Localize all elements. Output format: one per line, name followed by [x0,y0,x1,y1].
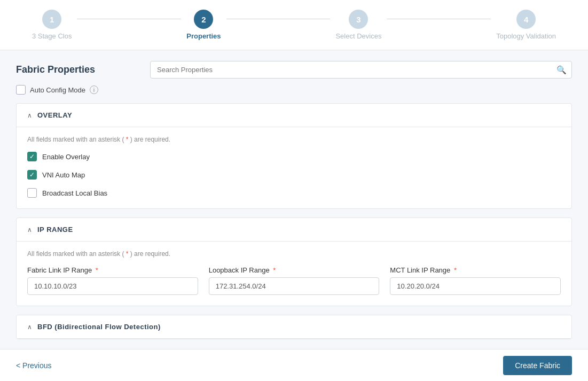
main-content: Fabric Properties 🔍 Auto Config Mode i ∧… [0,50,588,359]
fabric-link-req-star: * [93,266,98,274]
ip-range-asterisk: * [126,250,129,258]
search-icon: 🔍 [556,65,567,75]
ip-range-required-note: All fields marked with an asterisk ( * )… [27,250,561,258]
overlay-chevron-icon: ∧ [27,112,32,119]
search-wrapper: 🔍 [150,61,572,79]
broadcast-local-bias-row: Broadcast Local Bias [27,188,561,198]
bfd-section: ∧ BFD (Bidirectional Flow Detection) [16,315,572,339]
bfd-section-title: BFD (Bidirectional Flow Detection) [37,323,161,331]
bfd-chevron-icon: ∧ [27,323,32,331]
fabric-title: Fabric Properties [16,64,95,75]
fabric-link-ip-group: Fabric Link IP Range * [27,266,198,295]
create-fabric-button[interactable]: Create Fabric [503,356,572,360]
search-input[interactable] [150,61,572,79]
step-3[interactable]: 3 Select Devices [335,10,381,40]
stepper: 1 3 Stage Clos 2 Properties 3 Select Dev… [0,0,588,50]
mct-link-ip-input[interactable] [390,277,561,295]
step-1-circle: 1 [42,10,61,29]
step-line-2-3 [226,19,331,19]
auto-config-label: Auto Config Mode [30,86,85,94]
step-4[interactable]: 4 Topology Validation [496,10,556,40]
broadcast-local-bias-checkbox[interactable] [27,188,37,198]
ip-range-section: ∧ IP RANGE All fields marked with an ast… [16,217,572,306]
broadcast-local-bias-label: Broadcast Local Bias [42,189,107,197]
ip-fields-row: Fabric Link IP Range * Loopback IP Range… [27,266,561,295]
loopback-req-star: * [271,266,276,274]
auto-config-checkbox[interactable] [16,85,26,95]
auto-config-row: Auto Config Mode i [16,85,572,95]
fabric-link-ip-label: Fabric Link IP Range * [27,266,198,274]
ip-range-section-body: All fields marked with an asterisk ( * )… [17,242,571,306]
step-2-circle: 2 [194,10,213,29]
mct-link-ip-label: MCT Link IP Range * [390,266,561,274]
footer-bar: < Previous Create Fabric [0,349,588,359]
step-1[interactable]: 1 3 Stage Clos [32,10,72,40]
ip-range-chevron-icon: ∧ [27,226,32,234]
loopback-ip-group: Loopback IP Range * [209,266,380,295]
vni-auto-map-row: ✓ VNI Auto Map [27,170,561,180]
overlay-asterisk: * [126,136,129,143]
ip-range-section-title: IP RANGE [37,226,73,234]
vni-auto-map-label: VNI Auto Map [42,171,85,179]
enable-overlay-checkbox[interactable]: ✓ [27,152,37,161]
step-3-circle: 3 [349,10,368,29]
overlay-section-title: OVERLAY [37,111,72,119]
step-4-circle: 4 [516,10,536,29]
loopback-ip-input[interactable] [209,277,380,295]
fabric-link-ip-input[interactable] [27,277,198,295]
overlay-section-header[interactable]: ∧ OVERLAY [17,104,571,127]
fabric-header: Fabric Properties 🔍 [16,61,572,79]
step-2[interactable]: 2 Properties [186,10,221,40]
step-line-1-2 [77,19,181,19]
overlay-section-body: All fields marked with an asterisk ( * )… [17,127,571,208]
step-2-label: Properties [186,32,221,40]
step-4-label: Topology Validation [496,32,556,40]
step-3-label: Select Devices [335,32,381,40]
auto-config-info-icon[interactable]: i [90,85,98,94]
overlay-section: ∧ OVERLAY All fields marked with an aste… [16,103,572,209]
mct-link-ip-group: MCT Link IP Range * [390,266,561,295]
loopback-ip-label: Loopback IP Range * [209,266,380,274]
step-1-label: 3 Stage Clos [32,32,72,40]
bfd-section-header[interactable]: ∧ BFD (Bidirectional Flow Detection) [17,315,571,339]
enable-overlay-label: Enable Overlay [42,153,90,161]
ip-range-section-header[interactable]: ∧ IP RANGE [17,218,571,242]
enable-overlay-row: ✓ Enable Overlay [27,152,561,161]
vni-auto-map-checkbox[interactable]: ✓ [27,170,37,180]
mct-req-star: * [452,266,457,274]
overlay-required-note: All fields marked with an asterisk ( * )… [27,136,561,143]
step-line-3-4 [387,19,491,19]
